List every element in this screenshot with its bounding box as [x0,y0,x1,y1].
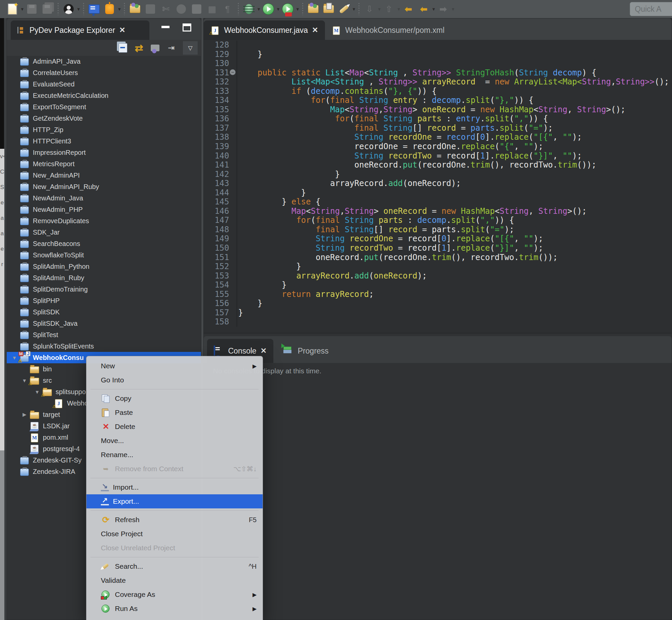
tree-item-getzendeskvote[interactable]: GetZendeskVote [7,113,201,124]
code-line-150: 150 String recordTwo = record[1].replace… [204,244,672,253]
profile-button[interactable] [62,2,75,16]
close-console-icon[interactable]: ✕ [260,347,266,355]
tree-item-correlateusers[interactable]: CorrelateUsers [7,67,201,79]
tree-item-splitadmin-python[interactable]: SplitAdmin_Python [7,261,201,272]
expander-closed-icon[interactable]: ▶ [21,412,28,418]
run-external-tools-button[interactable] [281,2,294,16]
open-resource-folder-button[interactable] [128,2,142,16]
menu-item-delete[interactable]: Delete [87,420,263,434]
line-number: 156 [204,299,229,308]
profile-dropdown[interactable]: ▼ [76,2,80,16]
link-with-editor-button[interactable]: ⇄ [132,41,146,55]
marker-column [229,142,237,152]
tree-item-splitadmin-ruby[interactable]: SplitAdmin_Ruby [7,272,201,283]
debug-dropdown[interactable]: ▼ [257,2,261,16]
collapse-all-button[interactable] [116,41,130,55]
run-dropdown[interactable]: ▼ [276,2,280,16]
expander-open-icon[interactable]: ▼ [11,355,18,361]
new-wizard-dropdown[interactable]: ▼ [20,2,24,16]
tree-item-executemetriccalculation[interactable]: ExecuteMetricCalculation [7,90,201,101]
menu-item-remove-from-context[interactable]: Remove from Context⌥⇧⌘↓ [87,462,263,476]
tree-item-newadmin-php[interactable]: NewAdmin_PHP [7,204,201,215]
import-pref-dropdown[interactable]: ▼ [377,2,381,16]
tree-item-metricsreport[interactable]: MetricsReport [7,158,201,169]
focus-task-button[interactable]: ⇥ [164,41,178,55]
tree-item-newadmin-java[interactable]: NewAdmin_Java [7,192,201,204]
tree-item-splitsdk-java[interactable]: SplitSDK_Java [7,318,201,329]
code-line-138: 138 String recordOne = record[0].replace… [204,133,672,142]
menu-item-refresh[interactable]: RefreshF5 [87,513,263,527]
menu-item-rename[interactable]: Rename... [87,448,263,462]
console-tab-progress[interactable]: Progress [277,339,335,363]
tree-item-splittest[interactable]: SplitTest [7,329,201,341]
mark-occurrences-button[interactable] [337,2,351,16]
expander-open-icon[interactable]: ▼ [34,389,41,395]
split-tool-button[interactable] [103,2,116,16]
code-line-141: 141 oneRecord.put(recordOne.trim(), reco… [204,160,672,170]
tree-item-splitsdk[interactable]: SplitSDK [7,306,201,318]
console-view-button[interactable] [88,2,101,16]
run-external-tools-dropdown[interactable]: ▼ [295,2,299,16]
tree-item-evaluateseed[interactable]: EvaluateSeed [7,79,201,90]
minimize-view-button[interactable] [161,23,171,32]
tree-item-sdk-jar[interactable]: SDK_Jar [7,226,201,238]
expander-open-icon[interactable]: ▼ [21,378,28,383]
menu-item-paste[interactable]: Paste [87,406,263,420]
last-edit-location-button[interactable]: ⬅ [402,2,415,16]
fold-marker-icon[interactable] [229,68,237,78]
tab-pydev-package-explorer[interactable]: PyDev Package Explorer ✕ [11,20,150,40]
tree-item-new-adminapi-ruby[interactable]: New_AdminAPI_Ruby [7,181,201,192]
menu-item-copy[interactable]: Copy [87,392,263,406]
new-wizard-button[interactable] [6,2,19,16]
tree-item-impressionreport[interactable]: ImpressionReport [7,147,201,158]
run-button[interactable] [262,2,275,16]
tree-item-searchbeacons[interactable]: SearchBeacons [7,238,201,249]
menu-item-validate[interactable]: Validate [87,573,263,587]
split-tool-dropdown[interactable]: ▼ [117,2,121,16]
mark-occurrences-dropdown[interactable]: ▼ [352,2,356,16]
menu-item-import[interactable]: Import... [87,480,263,494]
line-number: 130 [204,59,229,68]
menu-item-export[interactable]: Export... [87,494,263,508]
menu-item-go-into[interactable]: Go Into [87,373,263,387]
menu-item-close-unrelated-project[interactable]: Close Unrelated Project [87,541,263,555]
console-tab-label: Console [228,347,256,356]
debug-button[interactable] [242,2,256,16]
menu-item-run-as[interactable]: Run As▶ [87,602,263,616]
close-tab-icon[interactable]: ✕ [312,26,318,35]
tree-item-adminapi-java[interactable]: AdminAPI_Java [7,56,201,67]
editor-tab-webhookconsumer-pom-xml[interactable]: MWebhookConsumer/pom.xml [325,20,451,40]
tree-item-label: postgresql-4 [43,445,80,453]
project-folder-icon [20,319,29,327]
toolbar-separator [82,3,85,15]
tree-item-exporttosegment[interactable]: ExportToSegment [7,101,201,113]
tree-item-new-adminapi[interactable]: New_AdminAPI [7,169,201,181]
back-dropdown[interactable]: ▼ [432,2,436,16]
menu-item-coverage-as[interactable]: Coverage As▶ [87,587,263,602]
maximize-view-button[interactable] [182,23,192,32]
menu-item-search[interactable]: Search...^H [87,559,263,573]
open-file-button[interactable] [322,2,335,16]
forward-dropdown[interactable]: ▼ [451,2,455,16]
tree-item-removeduplicates[interactable]: RemoveDuplicates [7,215,201,226]
editor-tab-webhookconsumer-java[interactable]: J⚠WebhookConsumer.java✕ [204,20,325,40]
menu-item-close-project[interactable]: Close Project [87,527,263,541]
tree-item-splunktosplitevents[interactable]: SplunkToSplitEvents [7,341,201,352]
close-explorer-icon[interactable]: ✕ [119,26,125,35]
code-viewport[interactable]: 128129 }130131 public static List<Map<St… [204,41,672,333]
quick-access-box[interactable]: Quick A [630,2,672,16]
warning-overlay-icon: ⚠ [41,393,45,398]
export-pref-dropdown[interactable]: ▼ [397,2,401,16]
package-presentation-button[interactable] [148,41,162,55]
menu-item-move[interactable]: Move... [87,434,263,448]
tree-item-http-zip[interactable]: HTTP_Zip [7,124,201,136]
view-menu-button[interactable]: ▽ [183,41,198,55]
tree-item-splitphp[interactable]: SplitPHP [7,295,201,306]
tree-item-snowflaketosplit[interactable]: SnowflakeToSplit [7,249,201,261]
project-folder-icon [20,126,29,134]
back-button[interactable]: ⬅ [417,2,431,16]
menu-item-new[interactable]: New▶ [87,359,263,373]
tree-item-httpclient3[interactable]: HTTPClient3 [7,136,201,147]
tree-item-splitdemotraining[interactable]: SplitDemoTraining [7,283,201,295]
open-type-button[interactable] [306,2,320,16]
